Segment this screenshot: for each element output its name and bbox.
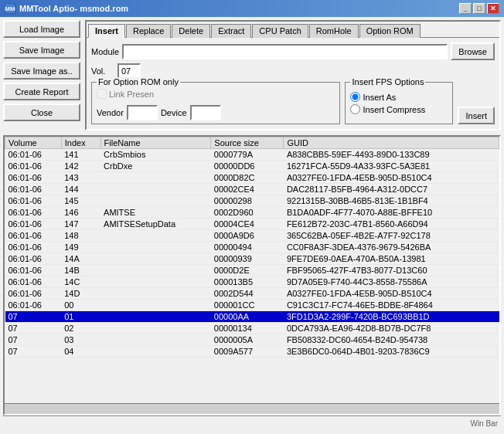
table-row[interactable]: 06:01-0614B0000D2EFBF95065-427F-47B3-807… xyxy=(5,265,499,276)
cell-index: 148 xyxy=(61,230,100,242)
tab-option-rom[interactable]: Option ROM xyxy=(359,24,421,38)
table-row[interactable]: 06:01-06141CrbSmbios0000779AA838CBB5-59E… xyxy=(5,149,499,161)
cell-filename xyxy=(100,288,211,300)
cell-source_size: 0002D544 xyxy=(211,288,284,300)
cell-guid: 9221315B-30BB-46B5-813E-1B1BF4 xyxy=(284,195,499,207)
table-row[interactable]: 06:01-0614C000013B59D7A05E9-F740-44C3-85… xyxy=(5,276,499,288)
table-row[interactable]: 06:01-06142CrbDxe00000DD616271FCA-55D9-4… xyxy=(5,161,499,172)
table-row[interactable]: 07040009A5773E3B6DC0-064D-4B01-9203-7836… xyxy=(5,346,499,358)
table-row[interactable]: 06:01-06145000002989221315B-30BB-46B5-81… xyxy=(5,195,499,207)
device-label: Device xyxy=(161,108,187,117)
tab-extract[interactable]: Extract xyxy=(211,24,251,38)
cell-index: 04 xyxy=(61,346,100,358)
cell-source_size: 0000779A xyxy=(211,149,284,161)
cell-volume: 06:01-06 xyxy=(5,276,62,288)
minimize-button[interactable]: _ xyxy=(459,3,472,14)
table-row[interactable]: 0702000001340DCA793A-EA96-42D8-BD7B-DC7F… xyxy=(5,323,499,334)
link-present-row: Link Presen xyxy=(97,86,335,99)
cell-source_size: 00000DD6 xyxy=(211,161,284,172)
tab-romhole[interactable]: RomHole xyxy=(309,24,359,38)
cell-volume: 07 xyxy=(5,346,62,358)
cell-volume: 06:01-06 xyxy=(5,288,62,300)
table-row[interactable]: 06:01-061480000A9D6365C62BA-05EF-4B2E-A7… xyxy=(5,230,499,242)
cell-source_size: 00000AA xyxy=(211,311,284,323)
title-text: MMTool Aptio- msmod.rom xyxy=(19,4,128,13)
table-row[interactable]: 06:01-0600000001CCC91C3C17-FC74-46E5-BDB… xyxy=(5,300,499,311)
device-input[interactable] xyxy=(190,105,221,120)
cell-volume: 07 xyxy=(5,334,62,346)
table-section: Volume Index FileName Source size GUID 0… xyxy=(3,135,501,415)
cell-index: 144 xyxy=(61,184,100,195)
table-row[interactable]: 06:01-0614900000494CC0F8A3F-3DEA-4376-96… xyxy=(5,242,499,253)
module-input[interactable] xyxy=(122,44,448,59)
cell-index: 146 xyxy=(61,207,100,219)
cell-source_size: 0002D960 xyxy=(211,207,284,219)
cell-volume: 06:01-06 xyxy=(5,172,62,184)
cell-volume: 07 xyxy=(5,323,62,334)
cell-index: 01 xyxy=(61,311,100,323)
status-text: Win Bar xyxy=(470,419,498,428)
table-row[interactable]: 07030000005AFB508332-DC60-4654-B24D-9547… xyxy=(5,334,499,346)
top-section: Load Image Save Image Save Image as.. Cr… xyxy=(3,20,501,131)
save-image-as-button[interactable]: Save Image as.. xyxy=(3,62,80,80)
cell-filename: CrbSmbios xyxy=(100,149,211,161)
col-source-size: Source size xyxy=(211,137,284,149)
cell-index: 149 xyxy=(61,242,100,253)
insert-button[interactable]: Insert xyxy=(458,107,495,124)
tab-replace[interactable]: Replace xyxy=(126,24,171,38)
vendor-input[interactable] xyxy=(127,105,158,120)
insert-compress-radio[interactable] xyxy=(350,104,360,114)
cell-volume: 06:01-06 xyxy=(5,230,62,242)
cell-guid: C91C3C17-FC74-46E5-BDBE-8F4864 xyxy=(284,300,499,311)
tab-delete[interactable]: Delete xyxy=(172,24,210,38)
title-bar: MM MMTool Aptio- msmod.rom _ □ ✕ xyxy=(0,0,504,17)
cell-filename xyxy=(100,346,211,358)
insert-as-label: Insert As xyxy=(363,93,396,102)
create-report-button[interactable]: Create Report xyxy=(3,83,80,100)
table-row[interactable]: 06:01-06146AMITSE0002D960B1DA0ADF-4F77-4… xyxy=(5,207,499,219)
browse-button[interactable]: Browse xyxy=(451,42,495,60)
close-main-button[interactable]: Close xyxy=(3,103,80,121)
insert-btn-container: Insert xyxy=(458,82,495,124)
cell-filename xyxy=(100,265,211,276)
insert-as-radio[interactable] xyxy=(350,92,360,102)
cell-index: 14A xyxy=(61,253,100,265)
link-present-label: Link Presen xyxy=(109,90,154,99)
tab-insert[interactable]: Insert xyxy=(88,24,125,38)
sidebar-buttons: Load Image Save Image Save Image as.. Cr… xyxy=(3,20,80,131)
table-row[interactable]: 06:01-0614D0002D544A0327FE0-1FDA-4E5B-90… xyxy=(5,288,499,300)
module-row: Module Browse xyxy=(91,42,495,60)
tab-cpu-patch[interactable]: CPU Patch xyxy=(252,24,308,38)
table-row[interactable]: 06:01-0614400002CE4DAC28117-B5FB-4964-A3… xyxy=(5,184,499,195)
cell-source_size: 00002CE4 xyxy=(211,184,284,195)
cell-guid: A0327FE0-1FDA-4E5B-905D-B510C4 xyxy=(284,288,499,300)
table-row[interactable]: 06:01-061430000D82CA0327FE0-1FDA-4E5B-90… xyxy=(5,172,499,184)
cell-index: 00 xyxy=(61,300,100,311)
cell-volume: 06:01-06 xyxy=(5,207,62,219)
save-image-button[interactable]: Save Image xyxy=(3,41,80,59)
cell-guid: A838CBB5-59EF-4493-89D0-133C89 xyxy=(284,149,499,161)
table-row[interactable]: 06:01-06147AMITSESetupData00004CE4FE612B… xyxy=(5,219,499,230)
maximize-button[interactable]: □ xyxy=(473,3,485,14)
insert-as-radio-label[interactable]: Insert As xyxy=(350,92,448,102)
cell-volume: 06:01-06 xyxy=(5,265,62,276)
cell-filename xyxy=(100,300,211,311)
tabs: Insert Replace Delete Extract CPU Patch … xyxy=(87,22,499,37)
cell-index: 142 xyxy=(61,161,100,172)
cell-guid: 16271FCA-55D9-4A33-93FC-5A3E81 xyxy=(284,161,499,172)
table-row[interactable]: 070100000AA3FD1D3A2-299F-7420B-BC693BB1D xyxy=(5,311,499,323)
cell-filename xyxy=(100,253,211,265)
horizontal-scrollbar[interactable] xyxy=(5,403,499,414)
load-image-button[interactable]: Load Image xyxy=(3,20,80,38)
vol-input[interactable] xyxy=(117,63,141,79)
cell-guid: B1DA0ADF-4F77-4070-A88E-BFFE10 xyxy=(284,207,499,219)
insert-compress-radio-label[interactable]: Insert Compress xyxy=(350,104,448,114)
main-window: Load Image Save Image Save Image as.. Cr… xyxy=(0,17,504,434)
table-wrapper[interactable]: Volume Index FileName Source size GUID 0… xyxy=(5,137,499,403)
close-button[interactable]: ✕ xyxy=(487,3,499,14)
cell-index: 147 xyxy=(61,219,100,230)
cell-filename xyxy=(100,242,211,253)
cell-index: 143 xyxy=(61,172,100,184)
table-row[interactable]: 06:01-0614A000009399FE7DE69-0AEA-470A-B5… xyxy=(5,253,499,265)
col-guid: GUID xyxy=(284,137,499,149)
